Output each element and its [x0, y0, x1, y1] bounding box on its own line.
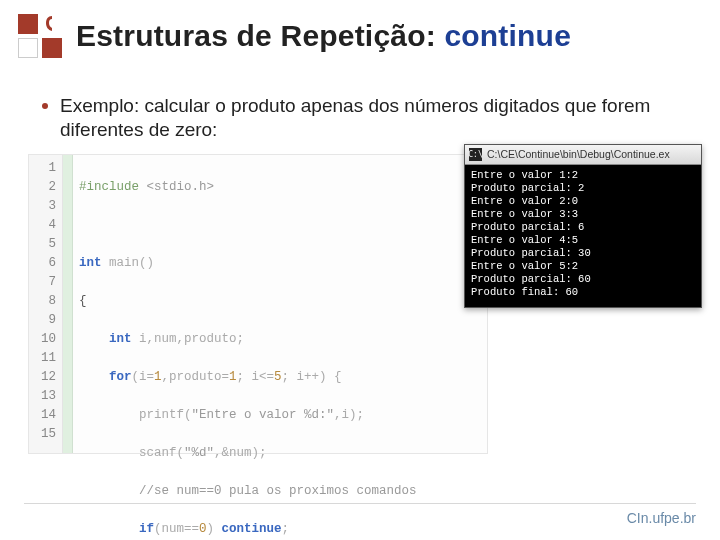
- line-number-gutter: 1 2 3 4 5 6 7 8 9 10 11 12 13 14 15: [29, 155, 63, 453]
- bullet-item: Exemplo: calcular o produto apenas dos n…: [0, 66, 720, 146]
- fold-bar: [63, 155, 73, 453]
- line-number: 11: [29, 349, 56, 368]
- bullet-text: Exemplo: calcular o produto apenas dos n…: [60, 94, 680, 142]
- line-number: 8: [29, 292, 56, 311]
- line-number: 15: [29, 425, 56, 444]
- line-number: 1: [29, 159, 56, 178]
- line-number: 5: [29, 235, 56, 254]
- line-number: 13: [29, 387, 56, 406]
- footer-text: CIn.ufpe.br: [627, 510, 696, 526]
- line-number: 14: [29, 406, 56, 425]
- bullet-icon: [42, 103, 48, 109]
- line-number: 12: [29, 368, 56, 387]
- console-window: C:\ C:\CE\Continue\bin\Debug\Continue.ex…: [464, 144, 702, 308]
- content-area: 1 2 3 4 5 6 7 8 9 10 11 12 13 14 15 #inc…: [28, 154, 696, 464]
- slide-header: Estruturas de Repetição: continue: [0, 0, 720, 66]
- line-number: 10: [29, 330, 56, 349]
- console-title: C:\CE\Continue\bin\Debug\Continue.ex: [487, 148, 670, 160]
- line-number: 4: [29, 216, 56, 235]
- line-number: 2: [29, 178, 56, 197]
- console-output: Entre o valor 1:2 Produto parcial: 2 Ent…: [465, 165, 701, 307]
- slide-title: Estruturas de Repetição: continue: [76, 19, 571, 53]
- code-body: #include <stdio.h> int main() { int i,nu…: [73, 155, 453, 453]
- institution-logo: [18, 14, 62, 58]
- console-titlebar: C:\ C:\CE\Continue\bin\Debug\Continue.ex: [465, 145, 701, 165]
- footer-divider: [24, 503, 696, 504]
- line-number: 3: [29, 197, 56, 216]
- title-text: Estruturas de Repetição:: [76, 19, 444, 52]
- line-number: 9: [29, 311, 56, 330]
- title-keyword: continue: [444, 19, 571, 52]
- line-number: 7: [29, 273, 56, 292]
- line-number: 6: [29, 254, 56, 273]
- code-editor: 1 2 3 4 5 6 7 8 9 10 11 12 13 14 15 #inc…: [28, 154, 488, 454]
- console-icon: C:\: [469, 148, 482, 161]
